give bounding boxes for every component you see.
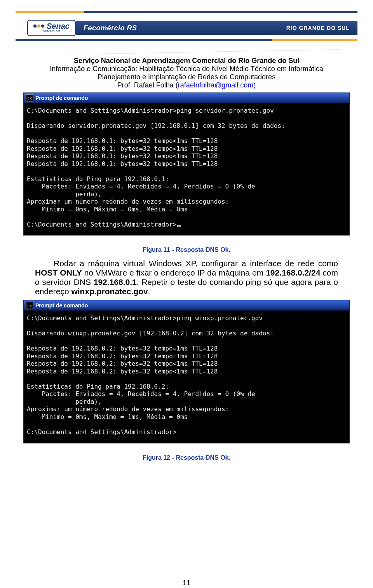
cmd-titlebar: cx Prompt de comando	[24, 93, 349, 103]
logo-dot	[37, 24, 40, 28]
cmd-line: Resposta de 192.168.0.2: bytes=32 tempo=…	[27, 352, 218, 360]
cmd-output: C:\Documents and Settings\Administrador>…	[24, 311, 349, 443]
cmd-window-2: cx Prompt de comando C:\Documents and Se…	[23, 300, 350, 443]
cmd-line: Mínimo = 0ms, Máximo = 1ms, Média = 0ms	[27, 413, 188, 420]
body-paragraph: Rodar a máquina virtual Windows XP, conf…	[35, 259, 338, 296]
cmd-line: C:\Documents and Settings\Administrador>…	[27, 314, 263, 322]
cmd-line: Resposta de 192.168.0.2: bytes=32 tempo=…	[27, 345, 218, 352]
cmd-output: C:\Documents and Settings\Administrador>…	[24, 103, 349, 235]
header-prof-prefix: Prof. Rafael Folha (	[117, 81, 178, 89]
senac-sublabel: SENAC-RS	[33, 30, 70, 33]
figure-caption-11: Figura 11 - Resposta DNS Ok.	[0, 246, 373, 253]
cmd-title-text: Prompt de comando	[35, 302, 88, 309]
para-text: .	[148, 287, 150, 296]
figure-caption-12: Figura 12 - Resposta DNS Ok.	[0, 454, 373, 461]
cmd-line: Pacotes: Enviados = 4, Recebidos = 4, Pe…	[27, 390, 255, 398]
cmd-line: Resposta de 192.168.0.1: bytes=32 tempo<…	[27, 145, 218, 152]
fecomercio-label: Fecomércio RS	[84, 24, 137, 32]
header-line-1: Serviço Nacional de Aprendizagem Comerci…	[31, 57, 342, 65]
cmd-line: Aproximar um número redondo de vezes em …	[27, 198, 229, 205]
para-text: Rodar a máquina virtual Windows XP, conf…	[54, 259, 338, 268]
cmd-line: C:\Documents and Settings\Administrador>	[27, 428, 176, 436]
letterhead-banner: Senac SENAC-RS Fecomércio RS RIO GRANDE …	[16, 8, 357, 54]
cmd-window-1: cx Prompt de comando C:\Documents and Se…	[23, 92, 350, 236]
cmd-title-text: Prompt de comando	[35, 95, 88, 101]
cmd-line: Resposta de 192.168.0.1: bytes=32 tempo<…	[27, 137, 218, 145]
email-link[interactable]: rafaelnfolha@gmail.com)	[178, 81, 256, 89]
cmd-line: Resposta de 192.168.0.1: bytes=32 tempo<…	[27, 160, 218, 168]
banner-middle-row: Senac SENAC-RS Fecomércio RS RIO GRANDE …	[16, 19, 357, 37]
cmd-line: Estatísticas do Ping para 192.168.0.2:	[27, 383, 169, 390]
banner-stripe-top	[16, 11, 357, 13]
cmd-line: Disparando servidor.pronatec.gov [192.16…	[27, 122, 285, 129]
cmd-line: Resposta de 192.168.0.2: bytes=32 tempo<…	[27, 368, 218, 375]
cmd-line: Aproximar um número redondo de vezes em …	[27, 405, 229, 413]
cmd-line: Estatísticas do Ping para 192.168.0.1:	[27, 175, 169, 183]
para-bold: 192.168.0.1	[94, 277, 137, 286]
banner-swoosh	[33, 39, 340, 54]
cmd-line: Resposta de 192.168.0.1: bytes=32 tempo<…	[27, 152, 218, 160]
para-bold: winxp.pronatec.gov	[71, 287, 148, 296]
cmd-line: Pacotes: Enviados = 4, Recebidos = 4, Pe…	[27, 183, 255, 190]
cmd-line: Resposta de 192.168.0.2: bytes=32 tempo<…	[27, 360, 218, 367]
cmd-icon: cx	[26, 94, 33, 101]
header-line-3: Planejamento e Implantação de Redes de C…	[31, 73, 342, 81]
cmd-line: C:\Documents and Settings\Administrador>…	[27, 107, 274, 114]
cmd-line: perda),	[27, 190, 102, 198]
logo-dot	[41, 24, 44, 28]
cmd-cursor	[177, 225, 181, 227]
cmd-titlebar: cx Prompt de comando	[24, 300, 349, 311]
header-line-4: Prof. Rafael Folha (rafaelnfolha@gmail.c…	[31, 81, 342, 89]
para-text: no VMWare e fixar o endereço IP da máqui…	[82, 268, 266, 277]
header-line-2: Informação e Comunicação: Habilitação Té…	[31, 65, 342, 73]
rgs-label: RIO GRANDE DO SUL	[286, 25, 350, 31]
senac-label: Senac	[47, 22, 70, 30]
cmd-line: Mínimo = 0ms, Máximo = 0ms, Média = 0ms	[27, 206, 188, 213]
para-bold: 192.168.0.2/24	[266, 268, 320, 277]
cmd-line: C:\Documents and Settings\Administrador>	[27, 221, 176, 228]
cmd-line: perda),	[27, 398, 102, 405]
logo-dot	[33, 24, 37, 28]
senac-logo: Senac SENAC-RS	[27, 20, 76, 36]
cmd-icon: cx	[26, 302, 33, 309]
banner-mid-bar: Fecomércio RS RIO GRANDE DO SUL	[76, 21, 357, 35]
page-number: 11	[0, 579, 373, 587]
para-bold: HOST ONLY	[35, 268, 82, 277]
cmd-line: Disparando winxp.pronatec.gov [192.168.0…	[27, 330, 274, 337]
document-header-text: Serviço Nacional de Aprendizagem Comerci…	[31, 57, 342, 89]
